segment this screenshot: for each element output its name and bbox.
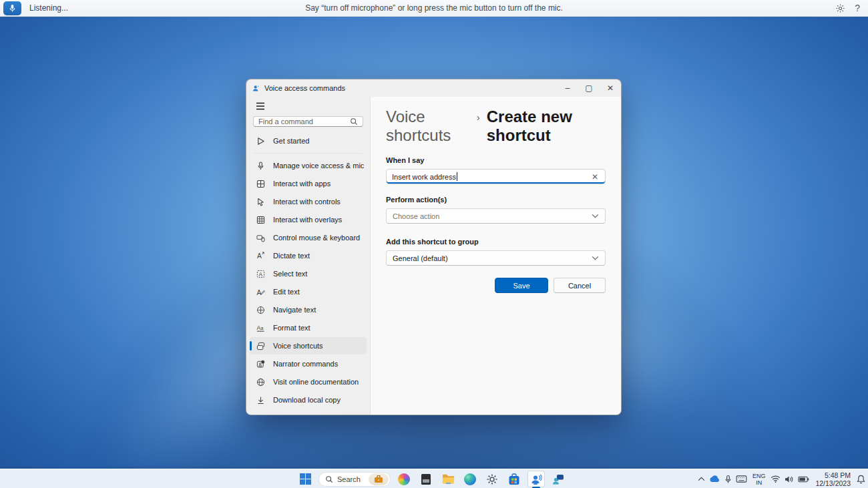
- voice-help-icon[interactable]: ?: [855, 3, 860, 13]
- minimize-button[interactable]: –: [557, 79, 578, 97]
- start-button[interactable]: [296, 471, 314, 487]
- sidebar-item-narrator-commands[interactable]: Narrator commands: [250, 355, 367, 373]
- sidebar-footer: Visit online documentation Download loca…: [246, 373, 370, 409]
- window-titlebar[interactable]: Voice access commands – ▢ ✕: [246, 79, 621, 97]
- svg-text:A: A: [256, 324, 260, 330]
- onedrive-cloud-icon[interactable]: [709, 475, 720, 483]
- sidebar-item-edit-text[interactable]: A Edit text: [250, 283, 367, 300]
- taskbar-settings-app[interactable]: [483, 471, 501, 487]
- perform-actions-label: Perform action(s): [386, 196, 606, 204]
- battery-icon[interactable]: [798, 476, 809, 483]
- sidebar-item-format-text[interactable]: Aa Format text: [250, 319, 367, 336]
- sidebar-item-interact-with-controls[interactable]: Interact with controls: [250, 193, 367, 210]
- taskbar-search-box[interactable]: Search: [318, 472, 391, 487]
- close-button[interactable]: ✕: [600, 79, 621, 97]
- cursor-icon: [255, 196, 266, 207]
- svg-text:A: A: [256, 289, 261, 296]
- maximize-button[interactable]: ▢: [578, 79, 600, 97]
- globe-icon: [255, 377, 266, 387]
- voice-settings-gear-icon[interactable]: [835, 3, 845, 13]
- taskbar-search-placeholder: Search: [337, 475, 369, 483]
- hamburger-menu-button[interactable]: [250, 101, 270, 112]
- wifi-icon[interactable]: [771, 475, 781, 483]
- page-title: Create new shortcut: [487, 107, 606, 145]
- mouse-keyboard-icon: [255, 232, 266, 243]
- dictate-text-icon: A: [255, 250, 266, 261]
- voice-access-app-icon: [252, 84, 260, 93]
- taskbar-edge-browser[interactable]: [461, 471, 479, 487]
- svg-text:A: A: [256, 252, 261, 260]
- apps-grid-icon: [255, 178, 266, 189]
- voice-access-bar: Listening... Say “turn off microphone” o…: [0, 0, 868, 17]
- photos-icon: [398, 473, 410, 485]
- taskbar-file-explorer[interactable]: [439, 471, 457, 487]
- sidebar-item-voice-shortcuts[interactable]: Voice shortcuts: [250, 337, 367, 354]
- voice-status-text: Listening...: [29, 3, 68, 13]
- voice-shortcuts-icon: [255, 340, 266, 351]
- dialog-actions: Save Cancel: [386, 278, 606, 293]
- sidebar-divider: [254, 153, 362, 154]
- voice-access-icon: [530, 473, 542, 485]
- svg-text:a: a: [260, 325, 263, 330]
- when-i-say-value: Insert work address: [392, 173, 456, 181]
- sidebar-item-get-started[interactable]: Get started: [250, 132, 367, 150]
- taskbar: Search: [0, 469, 868, 488]
- download-icon: [255, 395, 266, 405]
- breadcrumb-chevron-icon: ›: [477, 111, 480, 123]
- chevron-down-icon: [592, 214, 599, 218]
- mic-icon: [255, 160, 266, 171]
- sidebar-item-download-local-copy[interactable]: Download local copy: [250, 391, 367, 409]
- create-shortcut-panel: Voice shortcuts › Create new shortcut Wh…: [371, 97, 621, 415]
- taskbar-device-app[interactable]: [417, 471, 435, 487]
- desktop: Listening... Say “turn off microphone” o…: [0, 0, 868, 488]
- store-icon: [508, 473, 520, 485]
- svg-text:A: A: [258, 270, 262, 277]
- text-caret: [457, 172, 457, 181]
- language-indicator[interactable]: ENG IN: [751, 473, 767, 486]
- window-title: Voice access commands: [264, 84, 345, 92]
- format-text-icon: Aa: [255, 322, 266, 333]
- cancel-button[interactable]: Cancel: [554, 278, 606, 293]
- find-command-search[interactable]: Find a command: [253, 116, 363, 127]
- overlay-grid-icon: [255, 214, 266, 225]
- tray-microphone-icon[interactable]: [724, 475, 732, 484]
- taskbar-store-app[interactable]: [505, 471, 523, 487]
- volume-icon[interactable]: [785, 475, 794, 483]
- sidebar-item-manage-voice-access[interactable]: Manage voice access & mic: [250, 157, 367, 174]
- touch-keyboard-icon[interactable]: [736, 475, 747, 483]
- add-to-group-label: Add this shortcut to group: [386, 238, 606, 246]
- choose-action-dropdown[interactable]: Choose action: [386, 208, 606, 224]
- notification-bell-icon[interactable]: [857, 475, 865, 484]
- sidebar-item-dictate-text[interactable]: A Dictate text: [250, 247, 367, 264]
- sidebar-item-online-documentation[interactable]: Visit online documentation: [250, 373, 367, 391]
- sidebar-item-interact-with-apps[interactable]: Interact with apps: [250, 175, 367, 192]
- edit-text-icon: A: [255, 286, 266, 297]
- clock[interactable]: 5:48 PM 12/13/2023: [813, 471, 853, 487]
- sidebar-item-control-mouse-keyboard[interactable]: Control mouse & keyboard: [250, 229, 367, 246]
- search-icon: [325, 475, 333, 483]
- voice-access-commands-window: Voice access commands – ▢ ✕ Find a comma…: [246, 79, 622, 415]
- tray-chevron-up-icon[interactable]: [698, 477, 705, 481]
- edge-icon: [464, 473, 476, 485]
- group-dropdown[interactable]: General (default): [386, 250, 606, 266]
- taskbar-voice-access-app-active[interactable]: [527, 471, 545, 487]
- taskbar-photos-app[interactable]: [395, 471, 413, 487]
- search-highlight-icon[interactable]: [369, 473, 389, 485]
- breadcrumb-voice-shortcuts[interactable]: Voice shortcuts: [386, 107, 470, 145]
- sidebar-item-navigate-text[interactable]: Navigate text: [250, 301, 367, 318]
- microphone-button[interactable]: [3, 1, 21, 15]
- voice-hint-text: Say “turn off microphone” or long press …: [0, 3, 868, 13]
- laptop-icon: [420, 473, 432, 485]
- save-button[interactable]: Save: [495, 278, 548, 293]
- when-i-say-input[interactable]: Insert work address ✕: [386, 169, 606, 184]
- group-value: General (default): [393, 254, 448, 262]
- sidebar-item-interact-with-overlays[interactable]: Interact with overlays: [250, 211, 367, 228]
- taskbar-person-chat-app[interactable]: [550, 471, 567, 487]
- sidebar-item-select-text[interactable]: A Select text: [250, 265, 367, 282]
- breadcrumb: Voice shortcuts › Create new shortcut: [386, 107, 606, 145]
- folder-icon: [442, 473, 455, 485]
- clear-input-button[interactable]: ✕: [590, 172, 600, 182]
- select-text-icon: A: [255, 268, 266, 279]
- gear-icon: [486, 473, 498, 485]
- tray-time: 5:48 PM: [825, 471, 851, 479]
